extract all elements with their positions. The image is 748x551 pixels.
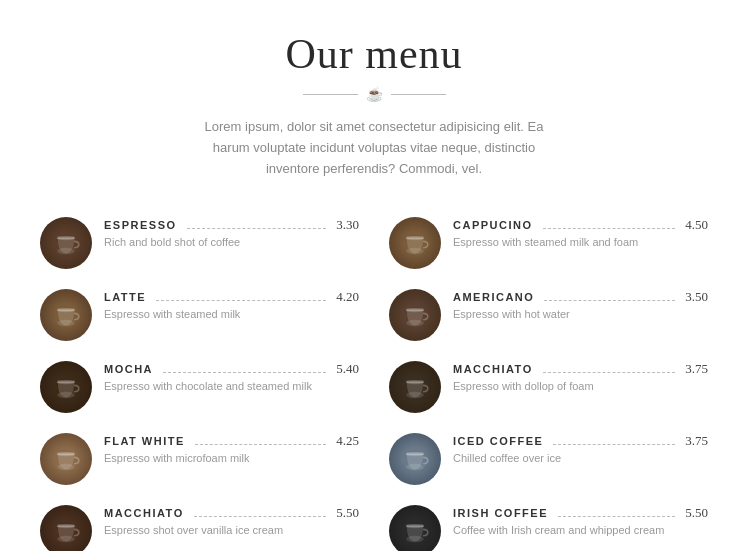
menu-item: FLAT WHITE 4.25 Espresso with microfoam … [40, 423, 359, 495]
menu-item-image [389, 289, 441, 341]
svg-point-20 [406, 309, 424, 313]
item-description: Espresso with dollop of foam [453, 380, 708, 392]
menu-item: AMERICANO 3.50 Espresso with hot water [389, 279, 708, 351]
svg-point-26 [406, 453, 424, 457]
item-description: Espresso shot over vanilla ice cream [104, 524, 359, 536]
menu-item-image [389, 361, 441, 413]
menu-item-content: AMERICANO 3.50 Espresso with hot water [453, 289, 708, 320]
menu-item-header: IRISH COFFEE 5.50 [453, 505, 708, 521]
item-name: FLAT WHITE [104, 435, 185, 447]
menu-item-image [389, 433, 441, 485]
menu-item-header: MACCHIATO 5.50 [104, 505, 359, 521]
menu-item-image [40, 289, 92, 341]
item-description: Espresso with microfoam milk [104, 452, 359, 464]
dots-separator [163, 372, 326, 373]
divider: ☕ [40, 86, 708, 103]
subtitle: Lorem ipsum, dolor sit amet consectetur … [194, 117, 554, 179]
menu-item-content: MACCHIATO 3.75 Espresso with dollop of f… [453, 361, 708, 392]
menu-grid: ESPRESSO 3.30 Rich and bold shot of coff… [40, 207, 708, 551]
menu-item-content: MOCHA 5.40 Espresso with chocolate and s… [104, 361, 359, 392]
menu-item: IRISH COFFEE 5.50 Coffee with Irish crea… [389, 495, 708, 551]
item-name: ESPRESSO [104, 219, 177, 231]
menu-item-image [40, 217, 92, 269]
dots-separator [187, 228, 327, 229]
page-wrapper: Our menu ☕ Lorem ipsum, dolor sit amet c… [0, 0, 748, 551]
item-name: AMERICANO [453, 291, 534, 303]
item-price: 5.50 [685, 505, 708, 521]
menu-item-header: MOCHA 5.40 [104, 361, 359, 377]
menu-item-content: IRISH COFFEE 5.50 Coffee with Irish crea… [453, 505, 708, 536]
menu-item-content: MACCHIATO 5.50 Espresso shot over vanill… [104, 505, 359, 536]
item-description: Rich and bold shot of coffee [104, 236, 359, 248]
menu-item-header: ESPRESSO 3.30 [104, 217, 359, 233]
menu-item-content: ICED COFFEE 3.75 Chilled coffee over ice [453, 433, 708, 464]
dots-separator [543, 372, 676, 373]
menu-item-header: MACCHIATO 3.75 [453, 361, 708, 377]
svg-point-5 [57, 309, 75, 313]
item-name: LATTE [104, 291, 146, 303]
item-name: MACCHIATO [104, 507, 184, 519]
menu-item: MACCHIATO 5.50 Espresso shot over vanill… [40, 495, 359, 551]
dots-separator [558, 516, 675, 517]
item-name: ICED COFFEE [453, 435, 543, 447]
item-price: 3.75 [685, 361, 708, 377]
dots-separator [156, 300, 326, 301]
menu-item: ICED COFFEE 3.75 Chilled coffee over ice [389, 423, 708, 495]
item-price: 4.50 [685, 217, 708, 233]
item-description: Chilled coffee over ice [453, 452, 708, 464]
page-title: Our menu [40, 30, 708, 78]
menu-item: LATTE 4.20 Espresso with steamed milk [40, 279, 359, 351]
item-name: MACCHIATO [453, 363, 533, 375]
item-price: 4.20 [336, 289, 359, 305]
item-price: 3.30 [336, 217, 359, 233]
item-description: Espresso with chocolate and steamed milk [104, 380, 359, 392]
item-name: IRISH COFFEE [453, 507, 548, 519]
menu-item-header: LATTE 4.20 [104, 289, 359, 305]
menu-item-header: ICED COFFEE 3.75 [453, 433, 708, 449]
item-description: Espresso with hot water [453, 308, 708, 320]
item-name: CAPPUCINO [453, 219, 533, 231]
dots-separator [553, 444, 675, 445]
item-description: Espresso with steamed milk [104, 308, 359, 320]
menu-item-image [389, 217, 441, 269]
dots-separator [543, 228, 676, 229]
svg-point-11 [57, 453, 75, 457]
item-name: MOCHA [104, 363, 153, 375]
menu-item-content: LATTE 4.20 Espresso with steamed milk [104, 289, 359, 320]
svg-point-29 [406, 525, 424, 529]
menu-item-image [40, 505, 92, 551]
menu-item: MACCHIATO 3.75 Espresso with dollop of f… [389, 351, 708, 423]
dots-separator [195, 444, 326, 445]
item-description: Coffee with Irish cream and whipped crea… [453, 524, 708, 536]
menu-item-image [389, 505, 441, 551]
item-price: 4.25 [336, 433, 359, 449]
svg-point-2 [57, 237, 75, 241]
item-price: 3.50 [685, 289, 708, 305]
menu-item: CAPPUCINO 4.50 Espresso with steamed mil… [389, 207, 708, 279]
menu-item-content: ESPRESSO 3.30 Rich and bold shot of coff… [104, 217, 359, 248]
menu-item-image [40, 361, 92, 413]
menu-item: ESPRESSO 3.30 Rich and bold shot of coff… [40, 207, 359, 279]
menu-item: MOCHA 5.40 Espresso with chocolate and s… [40, 351, 359, 423]
dots-separator [194, 516, 327, 517]
menu-item-header: FLAT WHITE 4.25 [104, 433, 359, 449]
header: Our menu ☕ Lorem ipsum, dolor sit amet c… [40, 30, 708, 179]
item-price: 5.50 [336, 505, 359, 521]
menu-item-image [40, 433, 92, 485]
item-price: 3.75 [685, 433, 708, 449]
svg-point-8 [57, 381, 75, 385]
menu-item-content: CAPPUCINO 4.50 Espresso with steamed mil… [453, 217, 708, 248]
menu-item-content: FLAT WHITE 4.25 Espresso with microfoam … [104, 433, 359, 464]
svg-point-23 [406, 381, 424, 385]
menu-column-right: CAPPUCINO 4.50 Espresso with steamed mil… [389, 207, 708, 551]
svg-point-14 [57, 525, 75, 529]
menu-item-header: AMERICANO 3.50 [453, 289, 708, 305]
menu-item-header: CAPPUCINO 4.50 [453, 217, 708, 233]
coffee-bean-icon: ☕ [366, 86, 383, 103]
svg-point-17 [406, 237, 424, 241]
item-price: 5.40 [336, 361, 359, 377]
dots-separator [544, 300, 675, 301]
item-description: Espresso with steamed milk and foam [453, 236, 708, 248]
menu-column-left: ESPRESSO 3.30 Rich and bold shot of coff… [40, 207, 359, 551]
